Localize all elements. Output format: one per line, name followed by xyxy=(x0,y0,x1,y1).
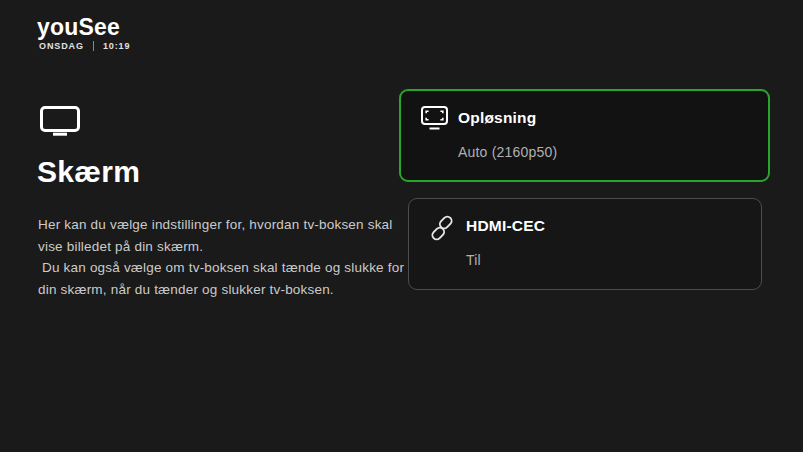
tv-icon xyxy=(40,106,80,140)
settings-screen: youSee ONSDAG 10:19 Skærm Her kan du væl… xyxy=(0,0,803,452)
menu-item-value: Til xyxy=(466,252,481,268)
datetime: ONSDAG 10:19 xyxy=(39,41,130,51)
hdmi-cec-icon xyxy=(429,214,455,246)
yousee-logo: youSee xyxy=(37,14,120,41)
resolution-icon xyxy=(421,106,448,134)
time-label: 10:19 xyxy=(103,41,131,51)
menu-item-label: Opløsning xyxy=(458,109,536,127)
page-title: Skærm xyxy=(37,155,140,189)
menu-item-label: HDMI-CEC xyxy=(466,217,545,235)
separator-divider xyxy=(93,41,94,51)
menu-item-resolution[interactable]: Opløsning Auto (2160p50) xyxy=(399,89,770,182)
menu-item-value: Auto (2160p50) xyxy=(458,144,557,160)
day-label: ONSDAG xyxy=(39,41,84,51)
page-description: Her kan du vælge indstillinger for, hvor… xyxy=(38,214,418,300)
menu-item-hdmi-cec[interactable]: HDMI-CEC Til xyxy=(408,198,762,290)
